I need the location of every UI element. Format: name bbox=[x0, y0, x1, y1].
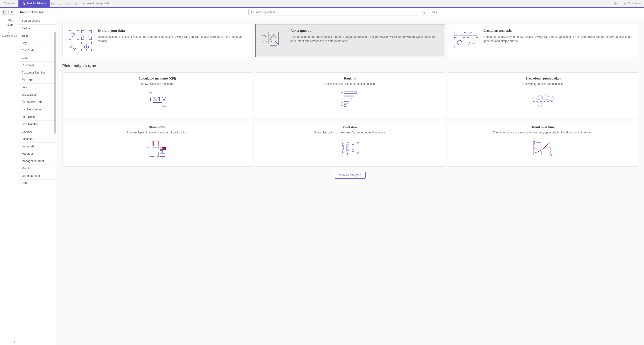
field-label: Latitude bbox=[22, 130, 32, 133]
field-label: Margin bbox=[22, 167, 30, 170]
kpi-illustration: +3.1M bbox=[67, 86, 247, 114]
field-row[interactable]: Customer bbox=[20, 61, 56, 69]
field-label: Manager Number bbox=[22, 159, 44, 163]
svg-rect-12 bbox=[614, 4, 616, 5]
smart-search-icon bbox=[52, 2, 55, 5]
main-canvas: Explore your data Make selections in fie… bbox=[56, 17, 644, 345]
view-all-analyses-button[interactable]: View all analyses bbox=[335, 172, 366, 179]
hero-card-create[interactable]: Create an analysis Choose an analysis ty… bbox=[448, 24, 638, 57]
analysis-kpi-title: Calculated measure (KPI) bbox=[67, 77, 247, 80]
database-icon bbox=[8, 19, 12, 22]
selection-tool-step-fwd bbox=[64, 0, 72, 7]
svg-rect-90 bbox=[548, 147, 550, 155]
breakdown-illustration bbox=[67, 135, 247, 163]
pick-analysis-heading: Pick analysis type bbox=[62, 64, 638, 68]
assets-button: Assets bbox=[0, 0, 18, 7]
top-toolbar: Assets Insight Advisor No selections app… bbox=[0, 0, 644, 7]
svg-rect-6 bbox=[66, 2, 70, 4]
svg-rect-68 bbox=[160, 150, 162, 153]
field-row[interactable]: Invoice Date bbox=[20, 98, 56, 106]
svg-rect-67 bbox=[163, 147, 166, 150]
collapse-rail-button[interactable] bbox=[14, 341, 17, 343]
search-icon bbox=[251, 10, 254, 14]
question-search-box[interactable] bbox=[248, 9, 419, 15]
field-row[interactable]: %KEY bbox=[20, 32, 56, 39]
field-row[interactable]: Manager Number bbox=[20, 157, 56, 165]
scrollbar-thumb[interactable] bbox=[54, 32, 56, 134]
analysis-card-geo[interactable]: Breakdown (geospatial) Show geographical… bbox=[448, 72, 638, 118]
link-icon bbox=[8, 30, 12, 34]
analysis-card-kpi[interactable]: Calculated measure (KPI) Show calculated… bbox=[62, 72, 252, 118]
svg-point-14 bbox=[252, 11, 254, 13]
field-row[interactable]: Invoice Number bbox=[20, 106, 56, 113]
show-left-panel-toggle[interactable] bbox=[2, 10, 8, 15]
field-row[interactable]: Path bbox=[20, 180, 56, 187]
field-label: Location bbox=[22, 137, 32, 141]
field-row[interactable]: Item Number bbox=[20, 120, 56, 128]
advisor-header-bar: Insight Advisor en bbox=[0, 7, 644, 17]
analysis-card-breakdown[interactable]: Breakdown Show multiple dimensions in or… bbox=[62, 121, 252, 167]
svg-rect-19 bbox=[22, 79, 24, 81]
svg-line-15 bbox=[253, 13, 254, 14]
field-row[interactable]: City bbox=[20, 39, 56, 47]
left-nav-rail: Fields Master items bbox=[0, 17, 20, 345]
field-row[interactable]: Desc bbox=[20, 84, 56, 91]
hero-create-title: Create an analysis bbox=[484, 29, 633, 32]
nav-master-items[interactable]: Master items bbox=[0, 28, 19, 39]
no-selections-text: No selections applied bbox=[79, 0, 112, 7]
field-row[interactable]: Order Number bbox=[20, 172, 56, 180]
field-row[interactable]: Customer Number bbox=[20, 69, 56, 76]
field-row[interactable]: City Code bbox=[20, 47, 56, 54]
fields-list: %KEYCityCity CodeCostCustomerCustomer Nu… bbox=[20, 32, 56, 345]
field-row[interactable]: GrossSales bbox=[20, 91, 56, 98]
selection-tool-step-back[interactable] bbox=[57, 0, 64, 7]
geo-illustration bbox=[453, 86, 633, 114]
field-label: %KEY bbox=[22, 34, 30, 37]
svg-rect-5 bbox=[59, 2, 62, 4]
analysis-card-ranking[interactable]: Ranking Show dimensions in order of cont… bbox=[255, 72, 445, 118]
trend-illustration bbox=[453, 135, 633, 163]
collapse-icon bbox=[14, 341, 17, 343]
svg-rect-64 bbox=[160, 141, 165, 146]
field-row[interactable]: Date bbox=[20, 76, 56, 84]
field-label: Customer bbox=[22, 64, 34, 67]
asset-search-input[interactable] bbox=[22, 19, 54, 22]
chevron-down-icon bbox=[436, 11, 438, 13]
field-row[interactable]: Latitude bbox=[20, 128, 56, 135]
svg-rect-58 bbox=[344, 101, 349, 103]
voice-input-button[interactable] bbox=[421, 9, 428, 15]
field-row[interactable]: Location bbox=[20, 135, 56, 143]
hero-card-ask[interactable]: Ask a question Use the search bar above … bbox=[255, 24, 445, 57]
svg-text:+3.1M: +3.1M bbox=[148, 95, 167, 103]
ask-illustration bbox=[260, 29, 286, 52]
hero-card-explore[interactable]: Explore your data Make selections in fie… bbox=[62, 24, 252, 57]
svg-point-40 bbox=[267, 35, 267, 36]
field-row[interactable]: Cost bbox=[20, 54, 56, 61]
nav-fields[interactable]: Fields bbox=[0, 17, 19, 28]
field-label: Item Desc bbox=[22, 115, 34, 118]
field-row[interactable]: Longitude bbox=[20, 143, 56, 150]
insight-advisor-tab[interactable]: Insight Advisor bbox=[18, 0, 50, 7]
field-row[interactable]: Item Desc bbox=[20, 113, 56, 120]
field-label: Path bbox=[22, 182, 28, 185]
edit-sheet-label: Edit sheet bbox=[628, 2, 641, 5]
svg-rect-7 bbox=[74, 2, 76, 4]
field-row[interactable]: Manager bbox=[20, 150, 56, 157]
pencil-icon bbox=[624, 2, 626, 5]
selection-tool-smart[interactable] bbox=[50, 0, 57, 7]
show-right-panel-toggle[interactable] bbox=[8, 10, 14, 15]
svg-point-39 bbox=[262, 35, 263, 36]
analysis-card-overview[interactable]: Overview Show distribution of measures f… bbox=[255, 121, 445, 167]
svg-rect-41 bbox=[454, 32, 464, 33]
svg-rect-43 bbox=[472, 32, 478, 33]
sheet-grid-button[interactable] bbox=[612, 2, 620, 5]
language-dropdown[interactable]: en bbox=[430, 9, 440, 15]
question-input[interactable] bbox=[256, 10, 416, 14]
field-label: Cost bbox=[22, 56, 28, 59]
overview-illustration bbox=[260, 135, 440, 163]
svg-rect-60 bbox=[344, 105, 346, 106]
field-row[interactable]: Margin bbox=[20, 165, 56, 172]
svg-rect-50 bbox=[163, 105, 167, 107]
analysis-card-trend[interactable]: Trend over time The performance of a mea… bbox=[448, 121, 638, 167]
explore-illustration bbox=[68, 29, 93, 52]
